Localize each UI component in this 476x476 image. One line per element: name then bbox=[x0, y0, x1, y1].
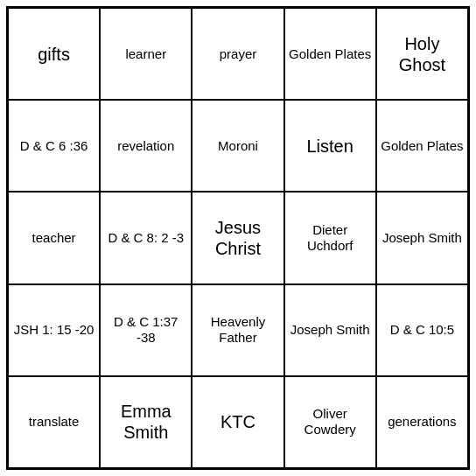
bingo-board: giftslearnerprayerGolden PlatesHoly Ghos… bbox=[6, 6, 470, 470]
bingo-cell-r2c2: Jesus Christ bbox=[192, 192, 284, 284]
bingo-cell-r2c3: Dieter Uchdorf bbox=[284, 192, 376, 284]
bingo-cell-r4c3: Oliver Cowdery bbox=[284, 376, 376, 468]
bingo-cell-r1c2: Moroni bbox=[192, 100, 284, 192]
bingo-cell-r3c4: D & C 10:5 bbox=[376, 284, 468, 376]
bingo-cell-r1c1: revelation bbox=[100, 100, 192, 192]
bingo-cell-r1c0: D & C 6 :36 bbox=[8, 100, 100, 192]
bingo-cell-r4c4: generations bbox=[376, 376, 468, 468]
bingo-cell-r2c0: teacher bbox=[8, 192, 100, 284]
bingo-cell-r0c1: learner bbox=[100, 8, 192, 100]
bingo-cell-r0c3: Golden Plates bbox=[284, 8, 376, 100]
bingo-cell-r0c0: gifts bbox=[8, 8, 100, 100]
bingo-cell-r3c3: Joseph Smith bbox=[284, 284, 376, 376]
bingo-cell-r1c3: Listen bbox=[284, 100, 376, 192]
bingo-cell-r4c2: KTC bbox=[192, 376, 284, 468]
bingo-cell-r3c2: Heavenly Father bbox=[192, 284, 284, 376]
bingo-cell-r4c0: translate bbox=[8, 376, 100, 468]
bingo-cell-r3c0: JSH 1: 15 -20 bbox=[8, 284, 100, 376]
bingo-cell-r2c1: D & C 8: 2 -3 bbox=[100, 192, 192, 284]
bingo-cell-r2c4: Joseph Smith bbox=[376, 192, 468, 284]
bingo-cell-r3c1: D & C 1:37 -38 bbox=[100, 284, 192, 376]
bingo-cell-r1c4: Golden Plates bbox=[376, 100, 468, 192]
bingo-cell-r4c1: Emma Smith bbox=[100, 376, 192, 468]
bingo-cell-r0c2: prayer bbox=[192, 8, 284, 100]
bingo-cell-r0c4: Holy Ghost bbox=[376, 8, 468, 100]
